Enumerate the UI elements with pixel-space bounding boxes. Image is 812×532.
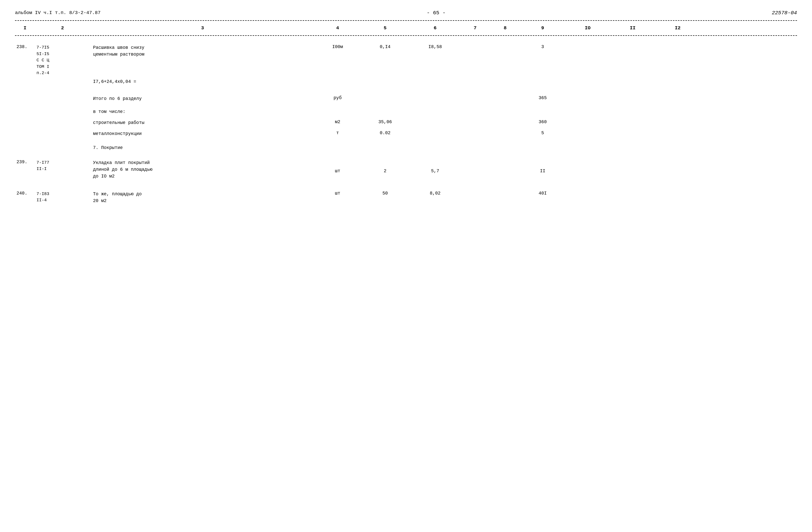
section-7-col6: [410, 143, 460, 153]
summary-metal-label: металлоконструкции: [90, 129, 315, 138]
summary-metal-row: металлоконструкции т 0.02 5: [15, 129, 797, 138]
summary-metal-col12: [655, 129, 700, 138]
table-row-240: 240. 7-I83 II-4 То же, площадью до 20 м2…: [15, 190, 797, 205]
entry-239-desc-line1: Укладка плит покрытий: [93, 159, 312, 166]
entry-238-formula-col11: [610, 78, 655, 87]
summary-construction-label: строительные работы: [90, 118, 315, 127]
entry-238-col7: [460, 43, 490, 78]
summary-inthat-col6: [410, 108, 460, 116]
col-header-8: 8: [490, 25, 520, 31]
entry-238-formula-col4: [315, 78, 360, 87]
section-7-col4: [315, 143, 360, 153]
summary-total-col1: [15, 94, 35, 103]
entry-238-formula-col6: [410, 78, 460, 87]
col-header-5: 5: [360, 25, 410, 31]
col-header-11: II: [610, 25, 655, 31]
summary-construction-col5: 35,06: [360, 118, 410, 127]
entry-238-col9: 3: [520, 43, 565, 78]
entry-239-col10: [565, 158, 610, 181]
col-header-4: 4: [315, 25, 360, 31]
section-7-label: 7. Покрытие: [90, 143, 315, 153]
summary-inthat-col10: [565, 108, 610, 116]
entry-240-num: 240.: [15, 190, 35, 205]
entry-238-formula: I7,6+24,4x0,04 =: [90, 78, 315, 87]
entry-240-desc-line2: 20 м2: [93, 197, 312, 204]
summary-total-col7: [460, 94, 490, 103]
entry-239-ref: 7-I77 II-I: [35, 158, 90, 181]
entry-240-col9: 40I: [520, 190, 565, 205]
entry-239-desc: Укладка плит покрытий длиной до 6 м площ…: [90, 158, 315, 181]
entry-240-col4: шт: [315, 190, 360, 205]
col-header-12: I2: [655, 25, 700, 31]
entry-240-ref: 7-I83 II-4: [35, 190, 90, 205]
entry-239-col5: 2: [360, 158, 410, 181]
summary-construction-col12: [655, 118, 700, 127]
entry-239: 239. 7-I77 II-I Укладка плит покрытий дл…: [15, 158, 797, 181]
summary-inthat-col9: [520, 108, 565, 116]
summary-construction-col1: [15, 118, 35, 127]
summary-metal-col7: [460, 129, 490, 138]
section-7-col1: [15, 143, 35, 153]
summary-inthat-col8: [490, 108, 520, 116]
entry-238-formula-col7: [460, 78, 490, 87]
col-header-10: IO: [565, 25, 610, 31]
page-header: альбом IV ч.I т.п. 8/3-2-47.87 - 65 - 22…: [15, 10, 797, 16]
entry-240-col11: [610, 190, 655, 205]
entry-238-col12: [655, 43, 700, 78]
entry-238-col5: 0,I4: [360, 43, 410, 78]
summary-inthat-label: в том числе:: [90, 108, 315, 116]
entry-238-desc-line2: цементным раствором: [93, 51, 312, 58]
summary-metal-col4: т: [315, 129, 360, 138]
summary-inthat-col2: [35, 108, 90, 116]
section-7-col2: [35, 143, 90, 153]
entry-238-formula-col10: [565, 78, 610, 87]
col-header-1: I: [15, 25, 35, 31]
entry-238-col4: I00м: [315, 43, 360, 78]
entry-240-col7: [460, 190, 490, 205]
summary-total-label: Итого по 6 разделу: [90, 94, 315, 103]
entry-240: 240. 7-I83 II-4 То же, площадью до 20 м2…: [15, 190, 797, 205]
section-7-col8: [490, 143, 520, 153]
summary-metal-col10: [565, 129, 610, 138]
section-7-col5: [360, 143, 410, 153]
entry-238-desc: Расшивка швов снизу цементным раствором: [90, 43, 315, 78]
entry-239-col11: [610, 158, 655, 181]
entry-240-col5: 50: [360, 190, 410, 205]
table-row-238-1: 238. 7-7I5 5I-I5 С С Ц ТОМ I п.2-4 Расши…: [15, 43, 797, 78]
summary-inthat-col11: [610, 108, 655, 116]
summary-construction-col6: [410, 118, 460, 127]
col-header-6: 6: [410, 25, 460, 31]
entry-239-desc-line3: до IO м2: [93, 173, 312, 180]
entry-238-desc-line1: Расшивка швов снизу: [93, 44, 312, 51]
summary-total-col9: 365: [520, 94, 565, 103]
entry-239-desc-line2: длиной до 6 м площадью: [93, 166, 312, 173]
entry-238-num: 238.: [15, 43, 35, 78]
entry-239-num: 239.: [15, 158, 35, 181]
entry-238-col8: [490, 43, 520, 78]
entry-240-col6: 8,02: [410, 190, 460, 205]
section-7-col10: [565, 143, 610, 153]
summary-construction-col7: [460, 118, 490, 127]
summary-total-col6: [410, 94, 460, 103]
header-dashed-line: [15, 35, 797, 36]
col-header-7: 7: [460, 25, 490, 31]
summary-construction-col10: [565, 118, 610, 127]
entry-239-col7: [460, 158, 490, 181]
summary-total-col4: руб: [315, 94, 360, 103]
section-7-row: 7. Покрытие: [15, 143, 797, 153]
summary-inthat-col5: [360, 108, 410, 116]
col-header-3: 3: [90, 25, 315, 31]
entry-238-num-empty: [15, 78, 35, 87]
entry-238-col6: I8,58: [410, 43, 460, 78]
header-left: альбом IV ч.I т.п. 8/3-2-47.87: [15, 10, 101, 15]
column-headers: I 2 3 4 5 6 7 8 9 IO II I2: [15, 23, 797, 33]
entry-240-col12: [655, 190, 700, 205]
summary-construction-col2: [35, 118, 90, 127]
col-header-9: 9: [520, 25, 565, 31]
entry-238-ref-empty: [35, 78, 90, 87]
summary-total-col2: [35, 94, 90, 103]
summary-total-row: Итого по 6 разделу руб 365: [15, 94, 797, 103]
section-7-col9: [520, 143, 565, 153]
summary-metal-col1: [15, 129, 35, 138]
section-7-col11: [610, 143, 655, 153]
